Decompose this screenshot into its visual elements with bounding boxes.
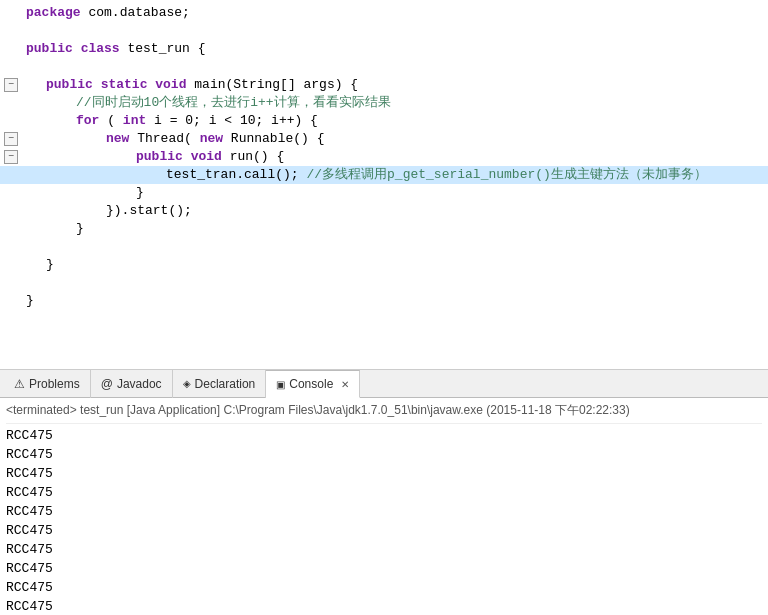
for-vars: i = 0; i < 10; i++) { <box>154 113 318 128</box>
console-line-8: RCC475 <box>6 559 762 578</box>
gutter-8: − <box>0 130 22 148</box>
gutter-16 <box>0 274 22 292</box>
tab-console[interactable]: ▣ Console ✕ <box>266 370 360 398</box>
code-editor: package com.database; public class test_… <box>0 0 768 370</box>
declaration-icon: ◈ <box>183 378 191 389</box>
tab-problems[interactable]: ⚠ Problems <box>4 370 91 398</box>
collapse-icon-8[interactable]: − <box>4 132 18 146</box>
tab-console-label: Console <box>289 377 333 391</box>
gutter-7 <box>0 112 22 130</box>
line-content-3: public class test_run { <box>22 40 768 58</box>
editor-scrollbar[interactable] <box>0 369 768 370</box>
gutter-3 <box>0 40 22 58</box>
tab-javadoc-label: Javadoc <box>117 377 162 391</box>
code-line-14 <box>0 238 768 256</box>
console-line-10: RCC475 <box>6 597 762 615</box>
kw-int: int <box>123 113 146 128</box>
runnable: Runnable() { <box>231 131 325 146</box>
line-content-4 <box>22 58 768 76</box>
collapse-icon-5[interactable]: − <box>4 78 18 92</box>
bottom-panel: ⚠ Problems @ Javadoc ◈ Declaration ▣ Con… <box>0 370 768 615</box>
code-line-16 <box>0 274 768 292</box>
gutter-14 <box>0 238 22 256</box>
tab-bar: ⚠ Problems @ Javadoc ◈ Declaration ▣ Con… <box>0 370 768 398</box>
comment-1: //同时启动10个线程，去进行i++计算，看看实际结果 <box>76 95 391 110</box>
gutter-5: − <box>0 76 22 94</box>
kw-new2: new <box>200 131 223 146</box>
console-line-3: RCC475 <box>6 464 762 483</box>
line-content-14 <box>22 238 768 256</box>
code-line-2 <box>0 22 768 40</box>
line-content-2 <box>22 22 768 40</box>
line-content-5: public static void main(String[] args) { <box>22 76 768 94</box>
gutter-1 <box>0 4 22 22</box>
console-output[interactable]: <terminated> test_run [Java Application]… <box>0 398 768 615</box>
main-sig: main(String[] args) { <box>194 77 358 92</box>
line-content-17: } <box>22 292 768 310</box>
code-line-5: − public static void main(String[] args)… <box>0 76 768 94</box>
line-content-7: for ( int i = 0; i < 10; i++) { <box>22 112 768 130</box>
line-content-13: } <box>22 220 768 238</box>
gutter-12 <box>0 202 22 220</box>
code-line-11: } <box>0 184 768 202</box>
kw-public2: public <box>46 77 93 92</box>
line-content-9: public void run() { <box>22 148 768 166</box>
line-content-16 <box>22 274 768 292</box>
console-line-2: RCC475 <box>6 445 762 464</box>
kw-class: class <box>81 41 120 56</box>
code-line-9: − public void run() { <box>0 148 768 166</box>
console-close-icon[interactable]: ✕ <box>341 379 349 390</box>
tab-declaration[interactable]: ◈ Declaration <box>173 370 267 398</box>
code-line-4 <box>0 58 768 76</box>
collapse-icon-9[interactable]: − <box>4 150 18 164</box>
javadoc-icon: @ <box>101 377 113 391</box>
for-content: ( <box>107 113 115 128</box>
code-line-12: }).start(); <box>0 202 768 220</box>
code-line-13: } <box>0 220 768 238</box>
tab-javadoc[interactable]: @ Javadoc <box>91 370 173 398</box>
gutter-4 <box>0 58 22 76</box>
code-content[interactable]: package com.database; public class test_… <box>0 0 768 369</box>
kw-public: public <box>26 41 73 56</box>
console-line-7: RCC475 <box>6 540 762 559</box>
console-line-9: RCC475 <box>6 578 762 597</box>
code-line-17: } <box>0 292 768 310</box>
line-content-11: } <box>22 184 768 202</box>
comment-serial: //多线程调用p_get_serial_number()生成主键方法（未加事务） <box>306 167 706 182</box>
line-content-1: package com.database; <box>22 4 768 22</box>
line-content-10: test_tran.call(); //多线程调用p_get_serial_nu… <box>22 166 768 184</box>
gutter-2 <box>0 22 22 40</box>
code-line-7: for ( int i = 0; i < 10; i++) { <box>0 112 768 130</box>
kw-for: for <box>76 113 99 128</box>
code-line-3: public class test_run { <box>0 40 768 58</box>
gutter-11 <box>0 184 22 202</box>
code-line-10: test_tran.call(); //多线程调用p_get_serial_nu… <box>0 166 768 184</box>
gutter-6 <box>0 94 22 112</box>
code-line-6: //同时启动10个线程，去进行i++计算，看看实际结果 <box>0 94 768 112</box>
run-sig: run() { <box>230 149 285 164</box>
package-name: com.database; <box>88 5 189 20</box>
kw-static: static <box>101 77 148 92</box>
gutter-17 <box>0 292 22 310</box>
keyword-package: package <box>26 5 81 20</box>
kw-public3: public <box>136 149 183 164</box>
gutter-10 <box>0 166 22 184</box>
gutter-9: − <box>0 148 22 166</box>
line-content-12: }).start(); <box>22 202 768 220</box>
console-line-4: RCC475 <box>6 483 762 502</box>
line-content-6: //同时启动10个线程，去进行i++计算，看看实际结果 <box>22 94 768 112</box>
code-line-1: package com.database; <box>0 4 768 22</box>
code-line-8: − new Thread( new Runnable() { <box>0 130 768 148</box>
kw-void: void <box>155 77 186 92</box>
tab-problems-label: Problems <box>29 377 80 391</box>
line-content-15: } <box>22 256 768 274</box>
console-status: <terminated> test_run [Java Application]… <box>6 400 762 424</box>
kw-new: new <box>106 131 129 146</box>
class-name: test_run { <box>127 41 205 56</box>
gutter-13 <box>0 220 22 238</box>
gutter-15 <box>0 256 22 274</box>
console-line-1: RCC475 <box>6 426 762 445</box>
tab-declaration-label: Declaration <box>195 377 256 391</box>
kw-void2: void <box>191 149 222 164</box>
thread-new: Thread( <box>137 131 192 146</box>
